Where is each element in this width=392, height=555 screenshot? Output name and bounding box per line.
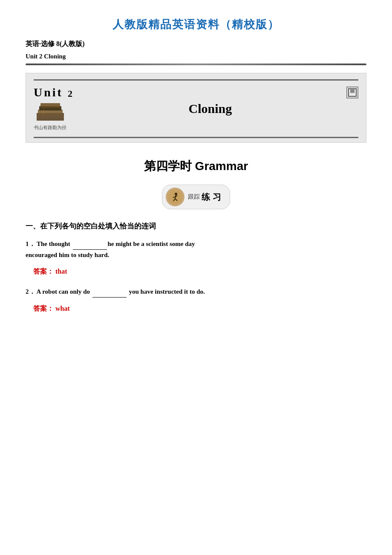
cloning-heading: Cloning: [189, 101, 232, 116]
question-1-part1: The thought: [37, 240, 72, 247]
question-1-part2: he might be a scientist some day: [108, 240, 195, 247]
unit-header-inner: Unit 2 书山有路勤为径: [34, 84, 358, 133]
question-2-part1: A robot can only do: [36, 288, 91, 295]
section-title-row: 第四学时 Grammar: [26, 158, 366, 174]
unit-left-section: Unit 2 书山有路勤为径: [34, 87, 74, 131]
svg-rect-8: [350, 89, 355, 93]
unit-number-display: Unit 2: [34, 87, 74, 98]
exercise-label-row: 跟踪 练 习: [26, 185, 366, 209]
exercise-label-box: 跟踪 练 习: [162, 185, 230, 209]
corner-bookmark-icon: [346, 87, 358, 98]
book-caption: 书山有路勤为径: [34, 124, 66, 131]
question-1-answer-value: that: [55, 268, 67, 275]
question-1-block: 1． The thought he might be a scientist s…: [26, 239, 366, 276]
page-main-title: 人教版精品英语资料（精校版）: [26, 17, 366, 32]
question-2-answer-value: what: [55, 305, 70, 312]
header-top-border: [34, 79, 358, 81]
question-1-part3: encouraged him to study hard.: [26, 251, 109, 258]
header-bottom-border: [34, 137, 358, 138]
question-2-blank: [92, 297, 127, 298]
book-stack-icon: [35, 100, 66, 124]
question-1-number: 1．: [26, 240, 35, 247]
question-1-answer-label: 答案：: [33, 268, 54, 275]
svg-point-10: [175, 193, 177, 195]
unit-num: 2: [68, 88, 74, 99]
question-1-text: 1． The thought he might be a scientist s…: [26, 239, 366, 260]
unit-center-section: Cloning: [74, 101, 346, 116]
question-2-text: 2． A robot can only do you have instruct…: [26, 286, 366, 298]
runner-icon: [166, 188, 184, 206]
svg-rect-4: [37, 117, 64, 121]
question-2-number: 2．: [26, 288, 35, 295]
unit-header-box: Unit 2 书山有路勤为径: [26, 73, 366, 143]
unit-word: Unit: [34, 86, 68, 99]
svg-rect-3: [40, 103, 60, 107]
book-icon-area: 书山有路勤为径: [34, 100, 66, 131]
question-1-answer-block: 答案： that: [33, 267, 366, 276]
part-one-title: 一、在下列各句的空白处填入恰当的连词: [26, 221, 366, 231]
question-2-part2: you have instructed it to do.: [127, 288, 205, 295]
top-divider: [26, 64, 366, 65]
question-1-blank: [73, 249, 107, 250]
unit-line: Unit 2 Cloning: [26, 53, 366, 60]
gen-ji-label: 跟踪: [188, 193, 200, 201]
question-2-block: 2． A robot can only do you have instruct…: [26, 286, 366, 313]
page-subtitle: 英语·选修 8(人教版): [26, 40, 366, 49]
question-2-answer-block: 答案： what: [33, 304, 366, 313]
lian-xi-label: 练 习: [202, 191, 221, 203]
section-title: 第四学时 Grammar: [144, 159, 248, 173]
question-2-answer-label: 答案：: [33, 305, 54, 312]
